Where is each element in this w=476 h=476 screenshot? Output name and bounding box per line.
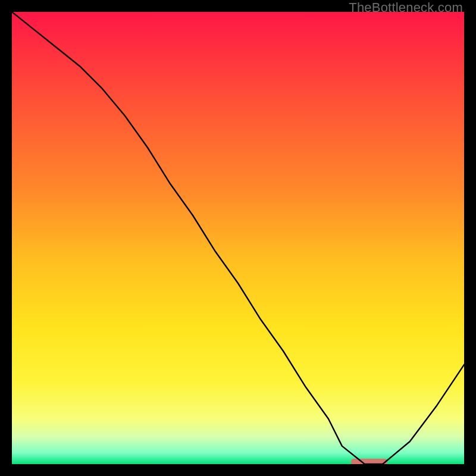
bottleneck-chart <box>12 12 464 464</box>
chart-frame <box>12 12 464 464</box>
gradient-background <box>12 12 464 464</box>
optimal-range-marker <box>351 459 387 464</box>
watermark-text: TheBottleneck.com <box>349 0 463 15</box>
